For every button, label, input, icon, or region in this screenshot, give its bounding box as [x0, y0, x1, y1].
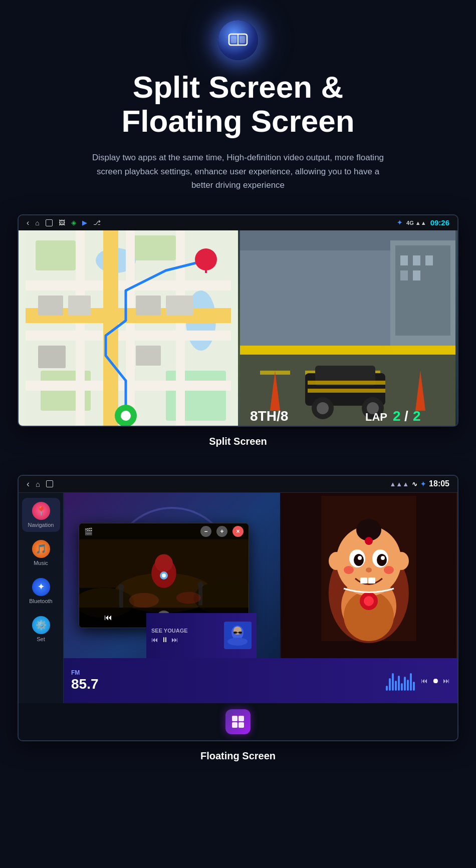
svg-rect-111: [232, 722, 237, 728]
next-track-button[interactable]: ⏭: [171, 636, 178, 644]
svg-point-103: [384, 566, 394, 574]
bluetooth-sidebar-icon: ✦: [32, 578, 50, 596]
usb-icon[interactable]: ⎇: [93, 219, 101, 226]
page-subtitle: Display two apps at the same time, High-…: [88, 151, 388, 192]
player-minimize-button[interactable]: −: [200, 526, 211, 537]
split-screen-label: Split Screen: [18, 436, 458, 447]
svg-rect-14: [76, 230, 85, 426]
floating-main-area: 🎬 − + ×: [64, 493, 457, 703]
svg-point-47: [317, 402, 329, 414]
svg-rect-105: [360, 577, 367, 584]
recents-icon-float[interactable]: [46, 480, 53, 487]
hero-icon-wrapper: [218, 20, 258, 60]
svg-rect-33: [400, 255, 408, 265]
svg-point-97: [354, 554, 364, 566]
svg-rect-16: [176, 230, 185, 426]
cartoon-character-area: [280, 493, 457, 644]
play-icon[interactable]: ▶: [82, 219, 87, 226]
page-wrapper: Split Screen & Floating Screen Display t…: [0, 0, 476, 819]
svg-rect-34: [413, 255, 420, 265]
svg-rect-5: [36, 240, 76, 270]
status-bar-left: ‹ ⌂ 🖼 ◈ ▶ ⎇: [27, 218, 392, 227]
wifi-icon-float: ∿: [412, 480, 417, 488]
split-mode-button[interactable]: [225, 709, 251, 734]
sidebar-item-music[interactable]: 🎵 Music: [22, 536, 60, 570]
floating-content: 📍 Navigation 🎵 Music ✦ Bluetooth: [19, 493, 457, 703]
time-display: 09:26: [430, 218, 449, 227]
sb2-left: ‹ ⌂: [27, 479, 384, 489]
bluetooth-status-icon: ✦: [397, 219, 402, 226]
status-bar-split: ‹ ⌂ 🖼 ◈ ▶ ⎇ ✦ 4G ▲▲ 09:2: [19, 215, 457, 230]
svg-point-94: [394, 552, 409, 570]
prev-track-button[interactable]: ⏮: [151, 636, 158, 644]
svg-rect-74: [119, 588, 123, 608]
radio-next-button[interactable]: ⏭: [443, 677, 450, 685]
floating-screen-label: Floating Screen: [18, 750, 458, 762]
sidebar-item-bluetooth[interactable]: ✦ Bluetooth: [22, 574, 60, 608]
svg-text:/: /: [404, 408, 408, 424]
radio-band-label: FM: [71, 669, 381, 676]
map-panel: [19, 230, 238, 426]
play-pause-button[interactable]: ⏸: [161, 636, 168, 644]
navigation-icon: 📍: [32, 502, 50, 520]
signal-indicator: 4G ▲▲: [406, 220, 426, 226]
svg-rect-106: [368, 577, 375, 584]
svg-rect-7: [166, 371, 226, 421]
bluetooth-icon-float: ✦: [420, 480, 426, 488]
music-controls: ⏮ ⏸ ⏭: [151, 636, 220, 644]
svg-point-93: [329, 552, 344, 570]
split-screen-device: ‹ ⌂ 🖼 ◈ ▶ ⎇ ✦ 4G ▲▲ 09:2: [18, 214, 458, 427]
settings-label: Set: [37, 636, 45, 642]
svg-rect-85: [239, 632, 242, 634]
player-header: 🎬 − + ×: [79, 523, 249, 539]
split-content: 8TH/8 LAP 2 / 2: [19, 230, 457, 426]
home-icon[interactable]: ⌂: [35, 219, 39, 227]
page-title: Split Screen & Floating Screen: [121, 70, 354, 138]
nav-label: Navigation: [28, 522, 54, 528]
svg-point-77: [197, 582, 203, 588]
screenshot-icon[interactable]: 🖼: [59, 219, 65, 226]
radio-controls: ⏮ ⏺ ⏭: [421, 677, 450, 685]
split-screen-section: ‹ ⌂ 🖼 ◈ ▶ ⎇ ✦ 4G ▲▲ 09:2: [18, 214, 458, 467]
racing-scene: 8TH/8 LAP 2 / 2: [238, 230, 457, 426]
gps-icon[interactable]: ◈: [71, 219, 76, 226]
sidebar-item-settings[interactable]: ⚙️ Set: [22, 612, 60, 646]
svg-point-73: [162, 573, 166, 577]
svg-point-26: [121, 411, 131, 421]
bt-label: Bluetooth: [29, 598, 52, 604]
svg-point-99: [358, 556, 362, 560]
svg-point-101: [365, 537, 373, 545]
svg-point-75: [118, 584, 124, 590]
svg-rect-19: [38, 296, 63, 316]
svg-rect-35: [425, 255, 433, 265]
radio-prev-button[interactable]: ⏮: [421, 677, 428, 685]
radio-frequency: 85.7: [71, 676, 381, 692]
radio-play-button[interactable]: ⏺: [432, 677, 439, 685]
back-icon-float[interactable]: ‹: [27, 479, 30, 489]
player-maximize-button[interactable]: +: [216, 526, 227, 537]
status-bar-right: ✦ 4G ▲▲ 09:26: [397, 218, 449, 227]
svg-rect-23: [38, 346, 66, 368]
player-icon: 🎬: [84, 527, 93, 535]
svg-rect-20: [68, 296, 91, 316]
home-icon-float[interactable]: ⌂: [36, 480, 40, 488]
rewind-button[interactable]: ⏮: [104, 613, 112, 622]
floating-video-player[interactable]: 🎬 − + ×: [79, 523, 249, 628]
app-sidebar: 📍 Navigation 🎵 Music ✦ Bluetooth: [19, 493, 64, 703]
svg-rect-51: [308, 389, 385, 393]
svg-point-78: [129, 593, 159, 608]
recents-icon[interactable]: [46, 219, 53, 226]
svg-text:2: 2: [413, 408, 421, 424]
sidebar-item-navigation[interactable]: 📍 Navigation: [22, 498, 60, 532]
svg-point-98: [377, 554, 387, 566]
player-close-button[interactable]: ×: [232, 526, 244, 537]
svg-rect-37: [413, 270, 420, 280]
svg-rect-2: [231, 36, 236, 43]
floating-device-bottom: [19, 703, 457, 740]
status-bar-floating: ‹ ⌂ ▲▲▲ ∿ ✦ 18:05: [19, 476, 457, 493]
svg-rect-112: [239, 722, 244, 728]
svg-text:2: 2: [393, 408, 401, 424]
svg-point-100: [381, 556, 385, 560]
back-icon[interactable]: ‹: [27, 218, 29, 227]
track-thumbnail: [224, 622, 252, 649]
